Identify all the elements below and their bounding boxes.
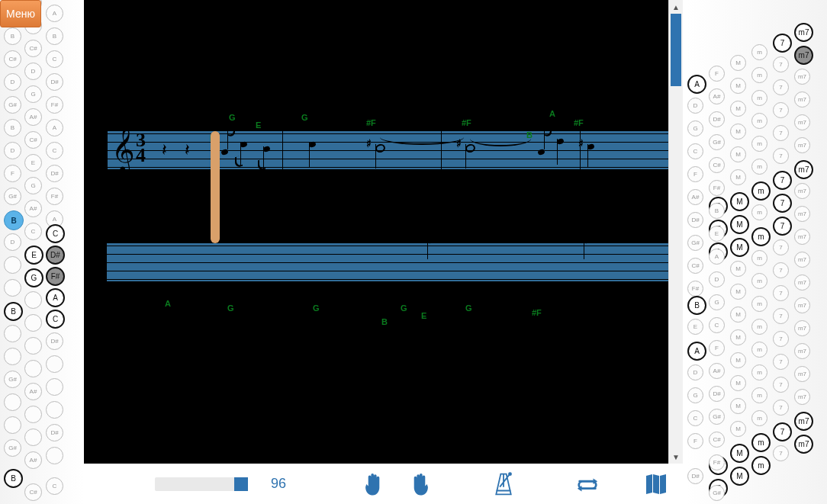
- accordion-button[interactable]: [24, 314, 42, 332]
- accordion-button[interactable]: m: [751, 273, 767, 289]
- accordion-button[interactable]: F: [709, 66, 725, 82]
- accordion-button[interactable]: M: [730, 284, 746, 300]
- accordion-button[interactable]: D#: [46, 332, 63, 350]
- tempo-slider[interactable]: [155, 477, 248, 491]
- accordion-button[interactable]: D#: [46, 246, 65, 265]
- accordion-button[interactable]: M: [730, 215, 749, 234]
- accordion-button[interactable]: D#: [687, 212, 703, 228]
- accordion-button[interactable]: F#: [709, 454, 725, 470]
- accordion-button[interactable]: m7: [794, 137, 810, 153]
- accordion-button[interactable]: F: [4, 165, 21, 182]
- accordion-button[interactable]: C: [46, 142, 63, 159]
- accordion-button[interactable]: m7: [794, 435, 813, 454]
- loop-icon[interactable]: [576, 471, 599, 497]
- accordion-button[interactable]: 7: [773, 79, 789, 95]
- accordion-button[interactable]: M: [730, 192, 749, 211]
- accordion-button[interactable]: E: [24, 246, 43, 265]
- accordion-button[interactable]: 7: [773, 171, 792, 190]
- accordion-button[interactable]: D#: [687, 468, 703, 484]
- accordion-button[interactable]: G: [709, 294, 725, 310]
- accordion-button[interactable]: E: [24, 154, 42, 172]
- accordion-button[interactable]: 7: [773, 125, 789, 141]
- accordion-button[interactable]: A: [687, 342, 706, 361]
- accordion-button[interactable]: m: [751, 44, 767, 60]
- accordion-button[interactable]: [4, 279, 21, 297]
- accordion-button[interactable]: M: [730, 124, 746, 140]
- accordion-button[interactable]: [46, 355, 63, 373]
- accordion-button[interactable]: m7: [794, 389, 810, 405]
- accordion-button[interactable]: M: [730, 101, 746, 117]
- accordion-button[interactable]: m: [751, 227, 771, 246]
- accordion-button[interactable]: 7: [773, 377, 789, 393]
- accordion-button[interactable]: 7: [773, 148, 789, 164]
- accordion-button[interactable]: m7: [794, 252, 810, 268]
- accordion-button[interactable]: M: [730, 375, 746, 391]
- accordion-button[interactable]: C: [709, 317, 725, 333]
- accordion-button[interactable]: [46, 378, 63, 396]
- accordion-button[interactable]: F: [687, 433, 703, 449]
- accordion-button[interactable]: M: [730, 307, 746, 323]
- accordion-button[interactable]: B: [687, 296, 706, 315]
- accordion-button[interactable]: [4, 393, 21, 411]
- score-view[interactable]: 𝄞 𝄢 34 34 1 2 3 𝄽 𝄽: [84, 0, 683, 464]
- accordion-button[interactable]: m7: [794, 320, 810, 336]
- accordion-button[interactable]: C: [687, 410, 703, 426]
- accordion-button[interactable]: 7: [773, 56, 789, 72]
- accordion-button[interactable]: 7: [773, 194, 792, 213]
- accordion-button[interactable]: M: [730, 146, 746, 162]
- accordion-button[interactable]: m: [751, 342, 767, 358]
- accordion-button[interactable]: m: [751, 433, 771, 452]
- accordion-button[interactable]: F#: [46, 96, 63, 114]
- scroll-down-icon[interactable]: ▼: [669, 450, 683, 464]
- accordion-button[interactable]: B: [4, 27, 21, 45]
- scrollbar-thumb[interactable]: [671, 14, 681, 86]
- accordion-button[interactable]: G#: [687, 235, 703, 251]
- accordion-button[interactable]: M: [730, 329, 746, 345]
- accordion-button[interactable]: m: [751, 410, 767, 426]
- accordion-button[interactable]: M: [730, 421, 746, 437]
- accordion-button[interactable]: C#: [24, 40, 42, 57]
- accordion-button[interactable]: [46, 401, 63, 419]
- menu-button[interactable]: Меню: [0, 0, 41, 27]
- accordion-button[interactable]: D: [4, 73, 21, 91]
- accordion-button[interactable]: 7: [773, 331, 789, 347]
- accordion-button[interactable]: G#: [709, 485, 725, 501]
- accordion-button[interactable]: [24, 337, 42, 355]
- accordion-button[interactable]: F#: [46, 267, 65, 286]
- accordion-button[interactable]: m: [751, 319, 767, 335]
- accordion-button[interactable]: G#: [4, 96, 21, 114]
- accordion-button[interactable]: m7: [794, 160, 813, 179]
- accordion-button[interactable]: A#: [687, 189, 703, 205]
- accordion-button[interactable]: B: [46, 27, 63, 45]
- accordion-button[interactable]: F#: [687, 281, 703, 297]
- accordion-button[interactable]: m: [751, 250, 767, 266]
- accordion-button[interactable]: 7: [773, 262, 789, 278]
- accordion-button[interactable]: m: [751, 204, 767, 220]
- accordion-button[interactable]: D: [24, 63, 42, 80]
- accordion-button[interactable]: [24, 406, 42, 423]
- accordion-button[interactable]: m7: [794, 412, 813, 431]
- accordion-button[interactable]: m7: [794, 343, 810, 359]
- accordion-button[interactable]: B: [4, 210, 24, 230]
- accordion-button[interactable]: [24, 291, 42, 309]
- accordion-button[interactable]: A#: [709, 363, 725, 379]
- accordion-button[interactable]: A: [46, 288, 65, 307]
- accordion-button[interactable]: G#: [709, 409, 725, 425]
- accordion-button[interactable]: A#: [709, 88, 725, 104]
- accordion-button[interactable]: G#: [4, 371, 21, 388]
- accordion-button[interactable]: M: [730, 467, 749, 486]
- panel-view-icon[interactable]: [645, 471, 668, 497]
- accordion-button[interactable]: 7: [773, 400, 789, 416]
- accordion-button[interactable]: C#: [709, 157, 725, 173]
- accordion-button[interactable]: E: [687, 319, 703, 335]
- accordion-button[interactable]: m7: [794, 206, 810, 222]
- accordion-button[interactable]: m: [751, 90, 767, 106]
- accordion-button[interactable]: m7: [794, 366, 810, 382]
- accordion-button[interactable]: 7: [773, 102, 789, 118]
- accordion-button[interactable]: 7: [773, 34, 792, 53]
- accordion-button[interactable]: C: [46, 477, 63, 495]
- accordion-button[interactable]: G#: [709, 134, 725, 150]
- accordion-button[interactable]: [4, 325, 21, 342]
- accordion-button[interactable]: m7: [794, 114, 810, 130]
- accordion-button[interactable]: M: [730, 352, 746, 368]
